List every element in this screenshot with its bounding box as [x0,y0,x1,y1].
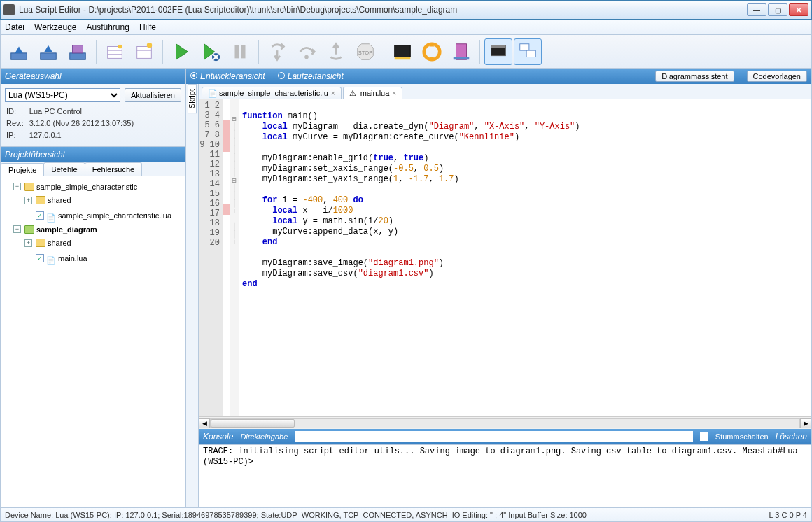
clear-console-button[interactable]: Löschen [776,432,807,442]
svg-rect-8 [137,46,152,58]
mute-checkbox[interactable] [700,432,708,441]
tab-befehle[interactable]: Befehle [43,162,85,176]
svg-rect-26 [520,43,529,50]
diagram-assistant-button[interactable]: Diagrammassistent [655,71,734,82]
menu-werkzeuge[interactable]: Werkzeuge [34,22,76,32]
status-left: Device Name: Lua (WS15-PC); IP: 127.0.0.… [5,511,587,519]
folder-active-icon [24,225,34,234]
file-tab-1[interactable]: 📄sample_simple_characteristic.lu× [202,87,342,99]
import-tray-icon[interactable] [34,38,62,65]
project-panel-title: Projektübersicht [5,150,65,160]
console-direct-label: Direkteingabe [240,432,288,441]
tab-fehlersuche[interactable]: Fehlersuche [85,162,143,176]
sync-icon[interactable] [418,38,446,65]
tree-project-2[interactable]: sample_diagram [36,223,97,236]
svg-point-10 [147,42,153,48]
close-tab-icon[interactable]: × [331,90,335,97]
scroll-left-icon[interactable]: ◀ [199,418,210,428]
step-into-icon[interactable] [263,38,291,65]
expander-icon[interactable]: − [13,183,21,190]
tree-shared-1[interactable]: shared [48,194,71,206]
code-area[interactable]: function main() local myDiagram = dia.cr… [239,99,811,416]
folder-icon [36,196,46,204]
folder-icon [24,183,34,191]
terminal-yellow-icon[interactable] [388,38,416,65]
close-tab-icon[interactable]: × [392,90,396,97]
checkbox-icon[interactable]: ✓ [36,211,44,220]
editor-hscrollbar[interactable]: ◀ ▶ [199,416,811,429]
skript-sidebar-tab[interactable]: Skript [186,84,199,507]
expander-icon[interactable]: + [24,239,32,247]
window-titlebar: Lua Script Editor - D:\projects\P2011-00… [0,0,812,20]
menu-ausfuehrung[interactable]: Ausführung [87,22,130,32]
window-title: Lua Script Editor - D:\projects\P2011-00… [19,5,747,15]
svg-rect-15 [241,45,246,58]
step-over-icon[interactable] [293,38,321,65]
file-icon: 📄 [208,89,216,97]
close-button[interactable]: ✕ [789,3,808,16]
console-header: Konsole Direkteingabe Stummschalten Lösc… [199,429,811,444]
run-stop-button[interactable] [197,38,225,65]
mute-label: Stummschalten [715,432,769,441]
windows-cascade-icon[interactable] [514,38,542,65]
run-button[interactable] [167,38,195,65]
tree-shared-2[interactable]: shared [48,237,71,249]
recent-tray-icon[interactable] [64,38,92,65]
toolbar: STOP [0,35,812,69]
console-output[interactable]: TRACE: initialising script editor utils.… [199,444,811,507]
minimize-button[interactable]: — [747,3,766,16]
device-panel-title: Geräteauswahl [5,71,62,81]
refresh-button[interactable]: Aktualisieren [125,88,181,102]
calendar-sun-icon[interactable] [130,38,158,65]
svg-text:STOP: STOP [358,49,372,55]
project-panel-header: Projektübersicht [1,147,186,162]
code-editor[interactable]: 1 2 3 4 5 6 7 8 9 10 11 12 13 14 15 16 1… [199,99,811,416]
project-tabs: Projekte Befehle Fehlersuche [1,162,186,176]
open-tray-icon[interactable] [5,38,33,65]
tab-projekte[interactable]: Projekte [1,163,44,176]
device-info: ID:Lua PC Control Rev.:3.12.0 (Nov 26 20… [5,105,135,142]
app-icon [4,4,15,15]
window-dark-icon[interactable] [484,38,512,65]
svg-rect-20 [395,57,411,59]
view-runtime[interactable]: Laufzeitansicht [278,71,344,81]
expander-icon[interactable]: − [13,225,21,233]
device-select[interactable]: Lua (WS15-PC) [5,88,120,102]
console-input[interactable] [295,431,693,442]
svg-rect-1 [41,52,57,59]
view-developer[interactable]: Entwickleransicht [190,71,265,81]
console-title: Konsole [203,432,233,442]
file-tab-2[interactable]: ⚠main.lua× [343,87,402,99]
scroll-right-icon[interactable]: ▶ [800,418,811,428]
stop-button[interactable]: STOP [351,38,379,65]
radio-off-icon[interactable] [278,72,285,79]
status-cursor-pos: L 3 C 0 P 4 [769,511,807,519]
folder-icon [36,239,46,247]
svg-point-7 [118,44,122,48]
svg-rect-25 [491,45,506,48]
tree-project-1[interactable]: sample_simple_characteristic [36,181,137,193]
checkbox-icon[interactable]: ✓ [36,254,44,262]
svg-rect-0 [11,52,27,59]
tree-file-2[interactable]: main.lua [58,252,88,264]
project-tree[interactable]: −sample_simple_characteristic +shared ✓📄… [1,176,186,507]
tree-file-1[interactable]: sample_simple_characteristic.lua [58,209,172,222]
code-templates-button[interactable]: Codevorlagen [747,71,808,82]
file-icon: 📄 [46,254,56,262]
radio-on-icon[interactable] [190,72,197,79]
pause-button[interactable] [226,38,254,65]
line-number-gutter: 1 2 3 4 5 6 7 8 9 10 11 12 13 14 15 16 1… [199,99,223,416]
fold-gutter[interactable]: ⊟│││││││⊟│││⊥││⊥ [230,99,239,416]
menu-datei[interactable]: Datei [5,22,24,32]
menu-hilfe[interactable]: Hilfe [139,22,156,32]
tool-purple-icon[interactable] [447,38,475,65]
step-out-icon[interactable] [322,38,350,65]
svg-point-16 [304,55,309,59]
file-icon: 📄 [46,211,56,220]
scroll-thumb[interactable] [211,419,295,428]
calendar-icon[interactable] [101,38,129,65]
maximize-button[interactable]: ▢ [768,3,788,16]
svg-rect-19 [395,45,411,57]
expander-icon[interactable]: + [24,197,32,204]
view-bar: Entwickleransicht Laufzeitansicht Diagra… [186,69,811,84]
